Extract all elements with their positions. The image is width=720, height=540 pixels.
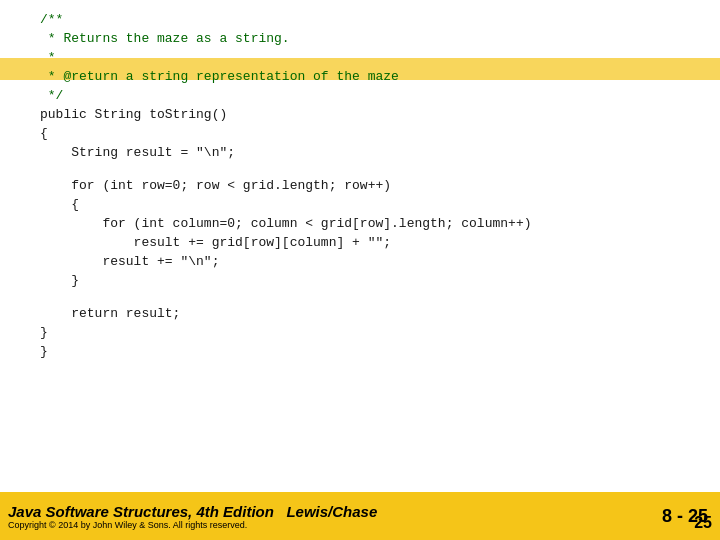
code-line: { bbox=[40, 124, 680, 143]
code-line: /** bbox=[40, 10, 680, 29]
code-line: for (int row=0; row < grid.length; row++… bbox=[40, 176, 680, 195]
code-line: for (int column=0; column < grid[row].le… bbox=[40, 214, 680, 233]
code-line: result += grid[row][column] + ""; bbox=[40, 233, 680, 252]
code-line: * Returns the maze as a string. bbox=[40, 29, 680, 48]
empty-line bbox=[40, 290, 680, 304]
code-line: { bbox=[40, 195, 680, 214]
code-line: } bbox=[40, 271, 680, 290]
code-line: return result; bbox=[40, 304, 680, 323]
footer-title-text: Java Software Structures, 4th Edition bbox=[8, 503, 274, 520]
code-line-highlighted: * @return a string representation of the… bbox=[40, 67, 680, 86]
code-line: * bbox=[40, 48, 680, 67]
code-line: } bbox=[40, 342, 680, 361]
slide-container: /** * Returns the maze as a string. * * … bbox=[0, 0, 720, 540]
code-line: */ bbox=[40, 86, 680, 105]
footer-copyright: Copyright © 2014 by John Wiley & Sons. A… bbox=[8, 520, 377, 530]
code-line: } bbox=[40, 323, 680, 342]
code-line: public String toString() bbox=[40, 105, 680, 124]
footer-left: Java Software Structures, 4th Edition Le… bbox=[8, 503, 377, 530]
footer-title: Java Software Structures, 4th Edition Le… bbox=[8, 503, 377, 520]
code-area: /** * Returns the maze as a string. * * … bbox=[40, 10, 680, 361]
code-line: result += "\n"; bbox=[40, 252, 680, 271]
code-line: String result = "\n"; bbox=[40, 143, 680, 162]
footer: Java Software Structures, 4th Edition Le… bbox=[0, 492, 720, 540]
empty-line bbox=[40, 162, 680, 176]
footer-slide-number: 25 bbox=[694, 514, 712, 532]
footer-authors-text: Lewis/Chase bbox=[286, 503, 377, 520]
